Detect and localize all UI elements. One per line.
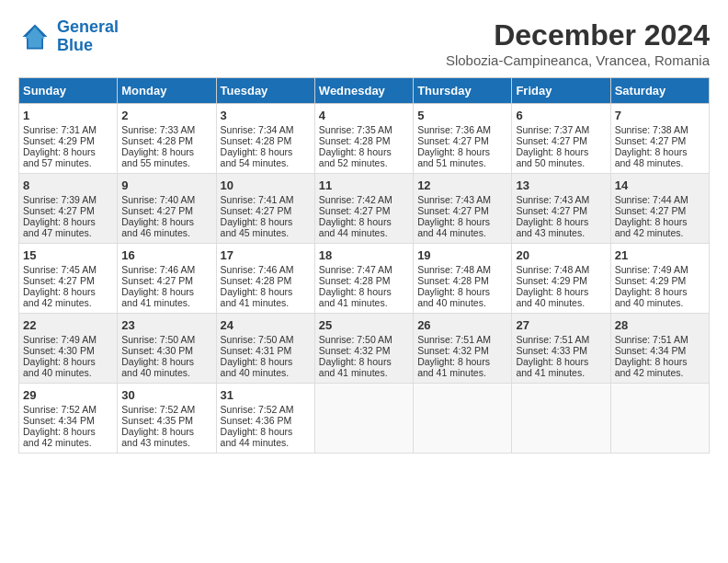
sunrise-line: Sunrise: 7:42 AM xyxy=(319,194,409,205)
calendar-cell: 16Sunrise: 7:46 AMSunset: 4:27 PMDayligh… xyxy=(118,244,216,314)
daylight-line: Daylight: 8 hours and 40 minutes. xyxy=(417,286,507,308)
calendar-cell: 26Sunrise: 7:51 AMSunset: 4:32 PMDayligh… xyxy=(414,314,512,384)
sunrise-line: Sunrise: 7:33 AM xyxy=(121,124,211,135)
day-number: 10 xyxy=(221,178,311,192)
calendar-cell: 2Sunrise: 7:33 AMSunset: 4:28 PMDaylight… xyxy=(118,104,216,174)
sunset-line: Sunset: 4:32 PM xyxy=(319,345,409,356)
sunset-line: Sunset: 4:27 PM xyxy=(516,135,606,146)
calendar-cell: 1Sunrise: 7:31 AMSunset: 4:29 PMDaylight… xyxy=(19,104,118,174)
sunrise-line: Sunrise: 7:50 AM xyxy=(121,334,211,345)
calendar-cell: 22Sunrise: 7:49 AMSunset: 4:30 PMDayligh… xyxy=(19,314,118,384)
calendar-cell: 3Sunrise: 7:34 AMSunset: 4:28 PMDaylight… xyxy=(216,104,314,174)
daylight-line: Daylight: 8 hours and 43 minutes. xyxy=(516,216,606,238)
sunrise-line: Sunrise: 7:49 AM xyxy=(615,264,705,275)
day-number: 6 xyxy=(516,109,606,122)
daylight-line: Daylight: 8 hours and 41 minutes. xyxy=(417,356,507,378)
sunset-line: Sunset: 4:35 PM xyxy=(121,415,211,426)
daylight-line: Daylight: 8 hours and 41 minutes. xyxy=(319,356,409,378)
calendar-cell: 27Sunrise: 7:51 AMSunset: 4:33 PMDayligh… xyxy=(512,314,610,384)
sunset-line: Sunset: 4:28 PM xyxy=(319,275,409,286)
day-number: 27 xyxy=(516,318,606,332)
logo-line1: General xyxy=(57,17,119,36)
calendar-cell: 9Sunrise: 7:40 AMSunset: 4:27 PMDaylight… xyxy=(118,174,216,244)
sunset-line: Sunset: 4:33 PM xyxy=(516,345,606,356)
day-number: 17 xyxy=(221,248,311,262)
daylight-line: Daylight: 8 hours and 44 minutes. xyxy=(221,426,311,448)
sunset-line: Sunset: 4:30 PM xyxy=(23,345,113,356)
sunrise-line: Sunrise: 7:52 AM xyxy=(121,404,211,415)
daylight-line: Daylight: 8 hours and 54 minutes. xyxy=(221,146,311,168)
sunset-line: Sunset: 4:27 PM xyxy=(319,205,409,216)
sunrise-line: Sunrise: 7:35 AM xyxy=(319,124,409,135)
sunrise-line: Sunrise: 7:31 AM xyxy=(23,124,113,135)
day-number: 21 xyxy=(615,248,705,262)
sunrise-line: Sunrise: 7:48 AM xyxy=(516,264,606,275)
week-row-5: 29Sunrise: 7:52 AMSunset: 4:34 PMDayligh… xyxy=(19,384,710,454)
calendar-cell: 12Sunrise: 7:43 AMSunset: 4:27 PMDayligh… xyxy=(414,174,512,244)
sunrise-line: Sunrise: 7:44 AM xyxy=(615,194,705,205)
daylight-line: Daylight: 8 hours and 41 minutes. xyxy=(121,286,211,308)
daylight-line: Daylight: 8 hours and 42 minutes. xyxy=(615,216,705,238)
sunset-line: Sunset: 4:28 PM xyxy=(121,135,211,146)
sunset-line: Sunset: 4:27 PM xyxy=(121,205,211,216)
sunrise-line: Sunrise: 7:51 AM xyxy=(516,334,606,345)
day-number: 14 xyxy=(615,178,705,192)
calendar-cell: 24Sunrise: 7:50 AMSunset: 4:31 PMDayligh… xyxy=(216,314,314,384)
header-row: SundayMondayTuesdayWednesdayThursdayFrid… xyxy=(19,78,710,104)
daylight-line: Daylight: 8 hours and 51 minutes. xyxy=(417,146,507,168)
calendar-cell: 19Sunrise: 7:48 AMSunset: 4:28 PMDayligh… xyxy=(414,244,512,314)
sunset-line: Sunset: 4:27 PM xyxy=(417,135,507,146)
sunset-line: Sunset: 4:27 PM xyxy=(23,275,113,286)
calendar-cell: 5Sunrise: 7:36 AMSunset: 4:27 PMDaylight… xyxy=(414,104,512,174)
day-number: 26 xyxy=(417,318,507,332)
calendar-cell: 30Sunrise: 7:52 AMSunset: 4:35 PMDayligh… xyxy=(118,384,216,454)
week-row-2: 8Sunrise: 7:39 AMSunset: 4:27 PMDaylight… xyxy=(19,174,710,244)
calendar-cell: 15Sunrise: 7:45 AMSunset: 4:27 PMDayligh… xyxy=(19,244,118,314)
sunrise-line: Sunrise: 7:46 AM xyxy=(221,264,311,275)
sunset-line: Sunset: 4:34 PM xyxy=(615,345,705,356)
sunset-line: Sunset: 4:28 PM xyxy=(221,135,311,146)
day-number: 2 xyxy=(121,109,211,122)
calendar-cell xyxy=(512,384,610,454)
sunset-line: Sunset: 4:32 PM xyxy=(417,345,507,356)
sunrise-line: Sunrise: 7:51 AM xyxy=(615,334,705,345)
header-monday: Monday xyxy=(118,78,216,104)
sunset-line: Sunset: 4:36 PM xyxy=(221,415,311,426)
day-number: 19 xyxy=(417,248,507,262)
day-number: 24 xyxy=(221,318,311,332)
day-number: 30 xyxy=(121,388,211,402)
daylight-line: Daylight: 8 hours and 40 minutes. xyxy=(23,356,113,378)
calendar-cell xyxy=(414,384,512,454)
header-wednesday: Wednesday xyxy=(314,78,413,104)
sunrise-line: Sunrise: 7:43 AM xyxy=(516,194,606,205)
sunset-line: Sunset: 4:28 PM xyxy=(319,135,409,146)
daylight-line: Daylight: 8 hours and 41 minutes. xyxy=(319,286,409,308)
logo-text: General Blue xyxy=(57,18,119,55)
calendar-cell: 13Sunrise: 7:43 AMSunset: 4:27 PMDayligh… xyxy=(512,174,610,244)
sunrise-line: Sunrise: 7:45 AM xyxy=(23,264,113,275)
sunset-line: Sunset: 4:29 PM xyxy=(23,135,113,146)
sunrise-line: Sunrise: 7:37 AM xyxy=(516,124,606,135)
sunset-line: Sunset: 4:27 PM xyxy=(615,205,705,216)
calendar-cell xyxy=(314,384,413,454)
day-number: 20 xyxy=(516,248,606,262)
day-number: 29 xyxy=(23,388,113,402)
sunset-line: Sunset: 4:27 PM xyxy=(417,205,507,216)
daylight-line: Daylight: 8 hours and 46 minutes. xyxy=(121,216,211,238)
sunset-line: Sunset: 4:27 PM xyxy=(615,135,705,146)
calendar-cell: 20Sunrise: 7:48 AMSunset: 4:29 PMDayligh… xyxy=(512,244,610,314)
day-number: 22 xyxy=(23,318,113,332)
calendar-cell: 10Sunrise: 7:41 AMSunset: 4:27 PMDayligh… xyxy=(216,174,314,244)
calendar-cell: 4Sunrise: 7:35 AMSunset: 4:28 PMDaylight… xyxy=(314,104,413,174)
sunrise-line: Sunrise: 7:36 AM xyxy=(417,124,507,135)
daylight-line: Daylight: 8 hours and 44 minutes. xyxy=(319,216,409,238)
day-number: 1 xyxy=(23,109,113,122)
sunset-line: Sunset: 4:31 PM xyxy=(221,345,311,356)
calendar-table: SundayMondayTuesdayWednesdayThursdayFrid… xyxy=(18,77,710,454)
calendar-cell: 23Sunrise: 7:50 AMSunset: 4:30 PMDayligh… xyxy=(118,314,216,384)
logo: General Blue xyxy=(18,18,119,55)
sunrise-line: Sunrise: 7:34 AM xyxy=(221,124,311,135)
sunrise-line: Sunrise: 7:38 AM xyxy=(615,124,705,135)
sunset-line: Sunset: 4:28 PM xyxy=(221,275,311,286)
calendar-cell: 28Sunrise: 7:51 AMSunset: 4:34 PMDayligh… xyxy=(610,314,709,384)
